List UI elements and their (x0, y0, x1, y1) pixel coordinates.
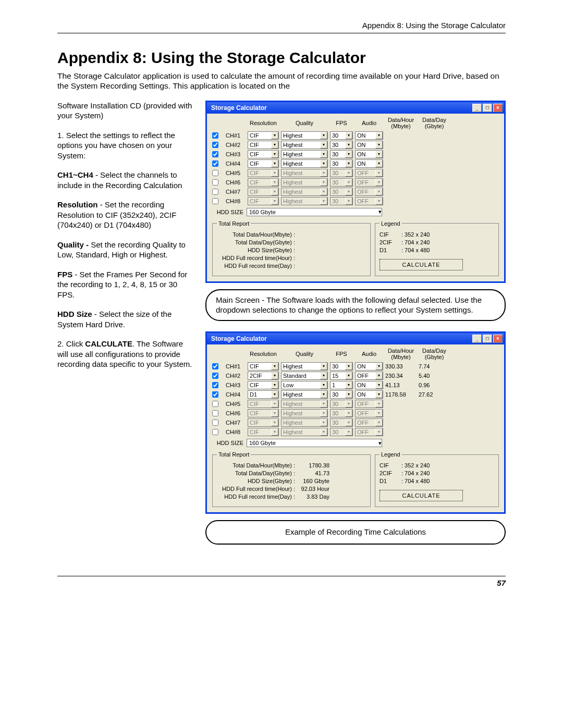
fps-select[interactable]: 15▾ (330, 372, 353, 380)
resolution-select[interactable]: CIF▾ (248, 141, 279, 149)
fps-select[interactable]: 1▾ (330, 381, 353, 389)
channel-checkbox[interactable] (212, 373, 218, 379)
channel-label: CH#6 (226, 179, 246, 186)
audio-select[interactable]: ON▾ (355, 362, 383, 371)
quality-select: Highest▾ (281, 409, 328, 417)
header-breadcrumb: Appendix 8: Using the Storage Calculator (57, 21, 506, 33)
fps-select[interactable]: 30▾ (330, 141, 353, 149)
channel-checkbox[interactable] (212, 410, 218, 416)
chevron-down-icon: ▾ (320, 372, 327, 379)
quality-select[interactable]: Highest▾ (281, 390, 328, 399)
channel-label: CH#6 (226, 410, 246, 416)
channel-row: CH#5CIF▾Highest▾30▾OFF▾ (212, 168, 499, 178)
channel-checkbox[interactable] (212, 142, 218, 148)
hdd-size-select[interactable]: 160 Gbyte▾ (247, 208, 382, 216)
channel-label: CH#5 (226, 401, 246, 407)
minimize-icon[interactable]: _ (472, 335, 482, 343)
minimize-icon[interactable]: _ (472, 104, 482, 112)
resolution-select[interactable]: 2CIF▾ (248, 372, 279, 380)
audio-select[interactable]: ON▾ (355, 159, 383, 168)
quality-select[interactable]: Standard▾ (281, 372, 328, 380)
fps-select[interactable]: 30▾ (330, 159, 353, 168)
chevron-down-icon: ▾ (271, 132, 278, 139)
channel-checkbox[interactable] (212, 161, 218, 167)
fps-select: 30▾ (330, 188, 353, 196)
audio-select[interactable]: ON▾ (355, 131, 383, 140)
chevron-down-icon: ▾ (271, 410, 278, 417)
channel-checkbox[interactable] (212, 401, 218, 407)
fps-select[interactable]: 30▾ (330, 150, 353, 158)
channel-label: CH#3 (226, 382, 246, 388)
channel-checkbox[interactable] (212, 179, 218, 186)
channel-row: CH#8CIF▾Highest▾30▾OFF▾ (212, 427, 499, 437)
chevron-down-icon: ▾ (345, 188, 352, 195)
audio-select: OFF▾ (355, 400, 383, 408)
chevron-down-icon: ▾ (271, 198, 278, 205)
total-report-group: Total Report Total Data/Hour(Mbyte) :178… (212, 451, 371, 507)
channel-checkbox[interactable] (212, 363, 218, 369)
calculate-button[interactable]: CALCULATE (380, 490, 463, 501)
chevron-down-icon: ▾ (320, 198, 327, 205)
resolution-select[interactable]: CIF▾ (248, 150, 279, 158)
fps-select: 30▾ (330, 409, 353, 417)
audio-select: OFF▾ (355, 418, 383, 427)
hdd-size-select[interactable]: 160 Gbyte▾ (247, 439, 382, 447)
channel-label: CH#8 (226, 429, 246, 435)
titlebar[interactable]: Storage Calculator _ □ × (207, 333, 504, 344)
chevron-down-icon: ▾ (320, 141, 327, 149)
quality-select[interactable]: Low▾ (281, 381, 328, 389)
audio-select[interactable]: OFF▾ (355, 372, 383, 380)
quality-select: Highest▾ (281, 169, 328, 177)
channel-row: CH#6CIF▾Highest▾30▾OFF▾ (212, 178, 499, 187)
channel-checkbox[interactable] (212, 429, 218, 435)
resolution-select: CIF▾ (248, 400, 279, 408)
channel-row: CH#6CIF▾Highest▾30▾OFF▾ (212, 409, 499, 418)
resolution-select[interactable]: CIF▾ (248, 362, 279, 371)
channel-label: CH#4 (226, 391, 246, 398)
resolution-select[interactable]: CIF▾ (248, 381, 279, 389)
quality-select[interactable]: Highest▾ (281, 131, 328, 140)
channel-checkbox[interactable] (212, 151, 218, 157)
channel-checkbox[interactable] (212, 132, 218, 139)
resolution-select[interactable]: D1▾ (248, 390, 279, 399)
window-title: Storage Calculator (211, 104, 267, 112)
left-p7: HDD Size - Select the size of the System… (57, 309, 193, 329)
maximize-icon[interactable]: □ (483, 104, 492, 112)
audio-select: OFF▾ (355, 178, 383, 187)
chevron-down-icon: ▾ (378, 440, 382, 447)
resolution-select[interactable]: CIF▾ (248, 131, 279, 140)
chevron-down-icon: ▾ (271, 141, 278, 149)
channel-checkbox[interactable] (212, 198, 218, 204)
close-icon[interactable]: × (493, 335, 503, 343)
quality-select: Highest▾ (281, 197, 328, 205)
audio-select[interactable]: ON▾ (355, 381, 383, 389)
fps-select[interactable]: 30▾ (330, 131, 353, 140)
channel-label: CH#7 (226, 419, 246, 426)
channel-checkbox[interactable] (212, 382, 218, 388)
fps-select[interactable]: 30▾ (330, 362, 353, 371)
channel-row: CH#22CIF▾Standard▾15▾OFF▾230.345.40 (212, 371, 499, 380)
resolution-select[interactable]: CIF▾ (248, 159, 279, 168)
quality-select[interactable]: Highest▾ (281, 150, 328, 158)
channel-row: CH#3CIF▾Low▾1▾ON▾41.130.96 (212, 380, 499, 390)
fps-select[interactable]: 30▾ (330, 390, 353, 399)
channel-label: CH#2 (226, 373, 246, 379)
channel-checkbox[interactable] (212, 189, 218, 195)
maximize-icon[interactable]: □ (483, 335, 492, 343)
channel-checkbox[interactable] (212, 391, 218, 398)
audio-select[interactable]: ON▾ (355, 150, 383, 158)
close-icon[interactable]: × (493, 104, 503, 112)
quality-select[interactable]: Highest▾ (281, 362, 328, 371)
audio-select: OFF▾ (355, 169, 383, 177)
titlebar[interactable]: Storage Calculator _ □ × (207, 102, 504, 114)
channel-checkbox[interactable] (212, 419, 218, 426)
channel-row: CH#3CIF▾Highest▾30▾ON▾ (212, 150, 499, 159)
left-p8: 2. Click CALCULATE. The Software will us… (57, 339, 193, 369)
channel-checkbox[interactable] (212, 170, 218, 176)
storage-calculator-window-2: Storage Calculator _ □ × Resolution Qual… (205, 331, 506, 514)
quality-select[interactable]: Highest▾ (281, 141, 328, 149)
quality-select[interactable]: Highest▾ (281, 159, 328, 168)
calculate-button[interactable]: CALCULATE (380, 259, 463, 270)
audio-select[interactable]: ON▾ (355, 141, 383, 149)
audio-select[interactable]: ON▾ (355, 390, 383, 399)
